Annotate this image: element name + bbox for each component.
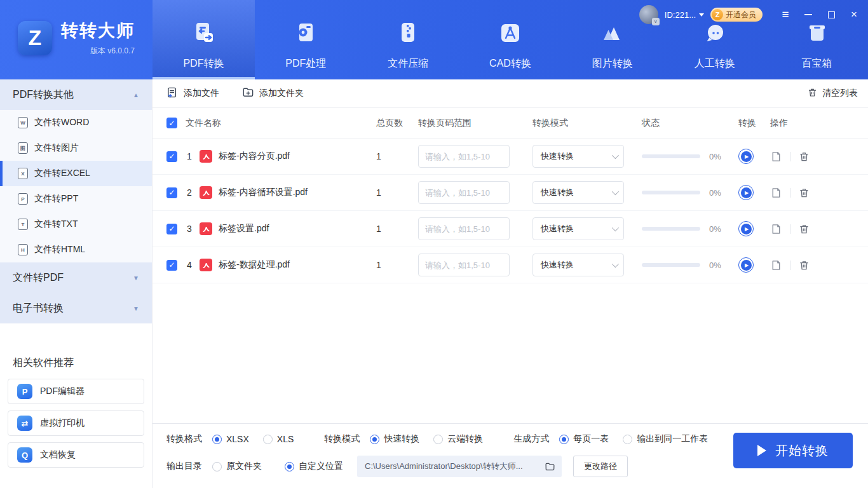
format-label: 转换格式 (166, 433, 202, 445)
row-checkbox[interactable]: ✓ (166, 151, 177, 162)
folder-icon[interactable] (545, 461, 555, 472)
sidebar-section-pdf-convert-other[interactable]: PDF转换其他 ▲ (0, 79, 152, 110)
clear-list-button[interactable]: 清空列表 (807, 87, 858, 100)
col-status: 状态 (642, 118, 738, 129)
radio-xls[interactable]: XLS (263, 434, 294, 444)
promo-pdf-editor[interactable]: P PDF编辑器 (8, 379, 144, 404)
row-checkbox[interactable]: ✓ (166, 260, 177, 271)
promo-doc-recovery[interactable]: Q 文档恢复 (8, 442, 144, 468)
table-header: ✓ 文件名称 总页数 转换页码范围 转换模式 状态 转换 操作 (153, 108, 868, 139)
main-panel: 添加文件 添加文件夹 清空列表 (153, 79, 868, 488)
open-file-icon[interactable] (770, 187, 782, 199)
app-logo-icon: Z (18, 21, 52, 55)
user-id-label: ID:221... (665, 10, 696, 20)
radio-sheet-per-page[interactable]: 每页一表 (559, 433, 609, 445)
radio-xlsx[interactable]: XLSX (212, 434, 249, 444)
chevron-down-icon (612, 152, 619, 159)
sidebar-item-to-ppt[interactable]: P 文件转PPT (0, 186, 152, 212)
status-cell: 0% (642, 152, 738, 161)
tab-label: PDF转换 (183, 57, 224, 71)
tab-pdf-process[interactable]: PDF处理 (255, 0, 357, 79)
delete-row-icon[interactable] (798, 187, 810, 199)
status-cell: 0% (642, 224, 738, 234)
row-checkbox[interactable]: ✓ (166, 224, 177, 234)
sidebar-item-to-html[interactable]: H 文件转HTML (0, 237, 152, 262)
ppt-file-icon: P (18, 193, 28, 205)
tab-label: CAD转换 (489, 57, 531, 71)
radio-cloud-convert[interactable]: 云端转换 (433, 433, 483, 445)
tab-cad-convert[interactable]: CAD转换 (459, 0, 562, 79)
start-convert-button[interactable]: 开始转换 (733, 433, 853, 468)
progress-percent: 0% (709, 224, 721, 234)
open-file-icon[interactable] (770, 259, 782, 271)
delete-row-icon[interactable] (798, 151, 810, 163)
select-all-checkbox[interactable]: ✓ (166, 118, 177, 128)
vip-upgrade-button[interactable]: Z 开通会员 (710, 8, 763, 22)
minimize-button[interactable] (803, 10, 813, 20)
output-path-value: C:\Users\Administrator\Desktop\转转大师... (365, 461, 539, 472)
pdf-convert-icon (189, 19, 218, 51)
open-file-icon[interactable] (770, 223, 782, 235)
open-file-icon[interactable] (770, 151, 782, 163)
app-version: 版本 v6.0.0.7 (61, 46, 135, 57)
radio-custom-location[interactable]: 自定义位置 (285, 461, 343, 472)
menu-icon[interactable]: ≡ (780, 10, 790, 20)
tab-pdf-convert[interactable]: PDF转换 (153, 0, 255, 79)
divider (790, 261, 790, 270)
convert-mode-select[interactable]: 快速转换 (532, 145, 624, 168)
change-path-button[interactable]: 更改路径 (573, 456, 628, 477)
convert-mode-select[interactable]: 快速转换 (532, 254, 624, 276)
col-filename: 文件名称 (186, 118, 376, 129)
radio-icon (212, 462, 222, 471)
gen-label: 生成方式 (513, 433, 549, 445)
convert-mode-value: 快速转换 (541, 187, 574, 198)
start-convert-label: 开始转换 (775, 442, 829, 459)
row-convert-play-button[interactable]: ▶ (738, 185, 754, 200)
sidebar-item-to-txt[interactable]: T 文件转TXT (0, 212, 152, 237)
radio-fast-convert[interactable]: 快速转换 (370, 433, 419, 445)
row-index: 2 (186, 187, 193, 198)
page-range-input[interactable] (418, 145, 510, 168)
radio-icon (559, 435, 569, 444)
row-checkbox[interactable]: ✓ (166, 187, 177, 198)
page-range-input[interactable] (418, 254, 510, 276)
radio-source-folder[interactable]: 原文件夹 (212, 461, 262, 472)
maximize-button[interactable] (826, 10, 836, 20)
row-convert-play-button[interactable]: ▶ (738, 257, 754, 273)
close-button[interactable]: × (849, 10, 859, 20)
virtual-printer-icon: ⇄ (17, 416, 32, 431)
clear-list-label: 清空列表 (822, 88, 858, 99)
app-window: Z 转转大师 版本 v6.0.0.7 PDF转换 (0, 0, 868, 488)
word-file-icon: W (18, 117, 28, 128)
radio-same-worksheet[interactable]: 输出到同一工作表 (623, 433, 708, 445)
chevron-down-icon: ▼ (133, 274, 139, 281)
radio-label: 云端转换 (447, 433, 483, 445)
status-cell: 0% (642, 188, 738, 198)
sidebar-section-to-pdf[interactable]: 文件转PDF ▼ (0, 262, 152, 293)
play-icon (757, 445, 766, 456)
radio-icon (212, 435, 222, 444)
sidebar-item-label: 文件转HTML (34, 244, 85, 255)
sidebar-item-to-excel[interactable]: X 文件转EXCEL (0, 161, 152, 186)
add-folder-button[interactable]: 添加文件夹 (242, 86, 304, 100)
radio-icon (623, 435, 632, 444)
progress-bar (642, 154, 700, 158)
convert-mode-select[interactable]: 快速转换 (532, 217, 624, 240)
sidebar-item-to-word[interactable]: W 文件转WORD (0, 110, 152, 135)
delete-row-icon[interactable] (798, 223, 810, 235)
promo-virtual-printer[interactable]: ⇄ 虚拟打印机 (8, 410, 144, 436)
sidebar-section-ebook-convert[interactable]: 电子书转换 ▼ (0, 293, 152, 323)
output-path-field[interactable]: C:\Users\Administrator\Desktop\转转大师... (357, 456, 562, 477)
page-range-input[interactable] (418, 217, 510, 240)
sidebar-item-to-image[interactable]: 图 文件转图片 (0, 135, 152, 161)
convert-mode-select[interactable]: 快速转换 (532, 181, 624, 204)
user-id-menu[interactable]: ID:221... (665, 10, 704, 20)
row-convert-play-button[interactable]: ▶ (738, 149, 754, 164)
row-convert-play-button[interactable]: ▶ (738, 221, 754, 236)
user-avatar[interactable] (639, 5, 658, 24)
related-software: 相关软件推荐 P PDF编辑器 ⇄ 虚拟打印机 Q 文档恢复 (0, 356, 152, 474)
page-range-input[interactable] (418, 181, 510, 204)
tab-file-compress[interactable]: 文件压缩 (357, 0, 459, 79)
delete-row-icon[interactable] (798, 259, 810, 271)
add-file-button[interactable]: 添加文件 (166, 86, 219, 100)
